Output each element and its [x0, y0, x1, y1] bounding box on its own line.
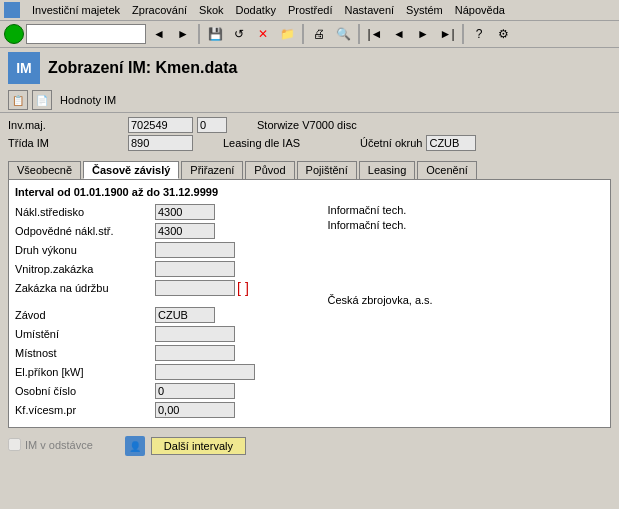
inv-maj-input2[interactable] — [197, 117, 227, 133]
print-btn[interactable]: 🖨 — [308, 23, 330, 45]
tab-vseobecne[interactable]: Všeobecně — [8, 161, 81, 179]
separator-1 — [198, 24, 200, 44]
tab-puvod[interactable]: Původ — [245, 161, 294, 179]
im-checkbox[interactable] — [8, 438, 21, 451]
druh-label: Druh výkonu — [15, 244, 155, 256]
sub-icon-1: 📋 — [12, 95, 24, 106]
menu-item-dodatky[interactable]: Dodatky — [236, 4, 276, 16]
local-icon: 📁 — [280, 27, 295, 41]
zakazka-input[interactable] — [155, 280, 235, 296]
zavod-row: Závod — [15, 307, 300, 323]
settings-btn[interactable]: ⚙ — [492, 23, 514, 45]
left-column: Nákl.středisko Odpovědné nákl.stř. Druh … — [15, 204, 300, 421]
command-input[interactable] — [26, 24, 146, 44]
menu-item-napoveda[interactable]: Nápověda — [455, 4, 505, 16]
next-btn[interactable]: ► — [412, 23, 434, 45]
odp-label: Odpovědné nákl.stř. — [15, 225, 155, 237]
menu-item-zpracovani[interactable]: Zpracování — [132, 4, 187, 16]
status-indicator — [4, 24, 24, 44]
inv-maj-label: Inv.maj. — [8, 119, 128, 131]
help-btn[interactable]: ? — [468, 23, 490, 45]
mistnost-input[interactable] — [155, 345, 235, 361]
nakl-text: Informační tech. — [328, 204, 407, 216]
odp-row: Odpovědné nákl.stř. — [15, 223, 300, 239]
el-input[interactable] — [155, 364, 255, 380]
tab-casove[interactable]: Časově závislý — [83, 161, 179, 179]
form-section: Inv.maj. Storwize V7000 disc Třída IM Le… — [0, 113, 619, 157]
im-label: IM v odstávce — [25, 439, 93, 451]
tabs-container: Všeobecně Časově závislý Přiřazení Původ… — [0, 157, 619, 179]
zakazka-row: Zakázka na údržbu [ ] — [15, 280, 300, 296]
tab-oceneni[interactable]: Ocenění — [417, 161, 477, 179]
osobni-input[interactable] — [155, 383, 235, 399]
last-icon: ►| — [440, 27, 455, 41]
stop-icon: ✕ — [258, 27, 268, 41]
tab-prirazeni[interactable]: Přiřazení — [181, 161, 243, 179]
kf-input[interactable] — [155, 402, 235, 418]
first-btn[interactable]: |◄ — [364, 23, 386, 45]
mistnost-row: Místnost — [15, 345, 300, 361]
sub-toolbar: 📋 📄 Hodnoty IM — [0, 88, 619, 113]
menu-item-system[interactable]: Systém — [406, 4, 443, 16]
app-icon — [4, 2, 20, 18]
zavod-input[interactable] — [155, 307, 215, 323]
storwize-label: Storwize V7000 disc — [257, 119, 357, 131]
find-icon: 🔍 — [336, 27, 351, 41]
sub-btn-1[interactable]: 📋 — [8, 90, 28, 110]
print-icon: 🖨 — [313, 27, 325, 41]
local-file-btn[interactable]: 📁 — [276, 23, 298, 45]
mistnost-label: Místnost — [15, 347, 155, 359]
nakl-input[interactable] — [155, 204, 215, 220]
user-icon: 👤 — [125, 436, 145, 456]
content-columns: Nákl.středisko Odpovědné nákl.stř. Druh … — [15, 204, 604, 421]
menu-bar: Investiční majetek Zpracování Skok Dodat… — [0, 0, 619, 21]
odp-input[interactable] — [155, 223, 215, 239]
nav-forward-btn[interactable]: ► — [172, 23, 194, 45]
trida-label: Třída IM — [8, 137, 128, 149]
right-column: Informační tech. Informační tech. Česká … — [320, 204, 605, 421]
inv-maj-input[interactable] — [128, 117, 193, 133]
sub-btn-2[interactable]: 📄 — [32, 90, 52, 110]
umisteni-row: Umístění — [15, 326, 300, 342]
prev-icon: ◄ — [393, 27, 405, 41]
osobni-row: Osobní číslo — [15, 383, 300, 399]
nakl-row: Nákl.středisko — [15, 204, 300, 220]
separator-2 — [302, 24, 304, 44]
odp-text: Informační tech. — [328, 219, 407, 231]
zakazka-label: Zakázka na údržbu — [15, 282, 155, 294]
menu-item-investicni[interactable]: Investiční majetek — [32, 4, 120, 16]
sub-label: Hodnoty IM — [60, 94, 116, 106]
page-title: Zobrazení IM: Kmen.data — [48, 59, 237, 77]
umisteni-input[interactable] — [155, 326, 235, 342]
interval-header: Interval od 01.01.1900 až do 31.12.9999 — [15, 186, 604, 198]
tab-pojisteni[interactable]: Pojištění — [297, 161, 357, 179]
refresh-icon: ↺ — [234, 27, 244, 41]
prev-btn[interactable]: ◄ — [388, 23, 410, 45]
ucetni-label: Účetní okruh — [360, 137, 422, 149]
page-icon: IM — [8, 52, 40, 84]
zavod-text-row: Česká zbrojovka, a.s. — [320, 294, 605, 306]
ucetni-input[interactable] — [426, 135, 476, 151]
tab-leasing[interactable]: Leasing — [359, 161, 416, 179]
refresh-btn[interactable]: ↺ — [228, 23, 250, 45]
toolbar: ◄ ► 💾 ↺ ✕ 📁 🖨 🔍 |◄ ◄ ► ►| ? ⚙ — [0, 21, 619, 48]
trida-input[interactable] — [128, 135, 193, 151]
vnitrop-input[interactable] — [155, 261, 235, 277]
bracket-open: [ — [237, 280, 241, 296]
stop-btn[interactable]: ✕ — [252, 23, 274, 45]
nav-forward-icon: ► — [177, 27, 189, 41]
menu-item-skok[interactable]: Skok — [199, 4, 223, 16]
find-btn[interactable]: 🔍 — [332, 23, 354, 45]
druh-input[interactable] — [155, 242, 235, 258]
dalsi-btn[interactable]: Další intervaly — [151, 437, 246, 455]
nakl-label: Nákl.středisko — [15, 206, 155, 218]
last-btn[interactable]: ►| — [436, 23, 458, 45]
bracket-close: ] — [245, 280, 249, 296]
menu-item-prostredi[interactable]: Prostředí — [288, 4, 333, 16]
menu-item-nastaveni[interactable]: Nastavení — [345, 4, 395, 16]
nav-back-btn[interactable]: ◄ — [148, 23, 170, 45]
leasing-label: Leasing dle IAS — [223, 137, 300, 149]
odp-text-row: Informační tech. — [320, 219, 605, 231]
save-btn[interactable]: 💾 — [204, 23, 226, 45]
kf-row: Kf.vícesm.pr — [15, 402, 300, 418]
